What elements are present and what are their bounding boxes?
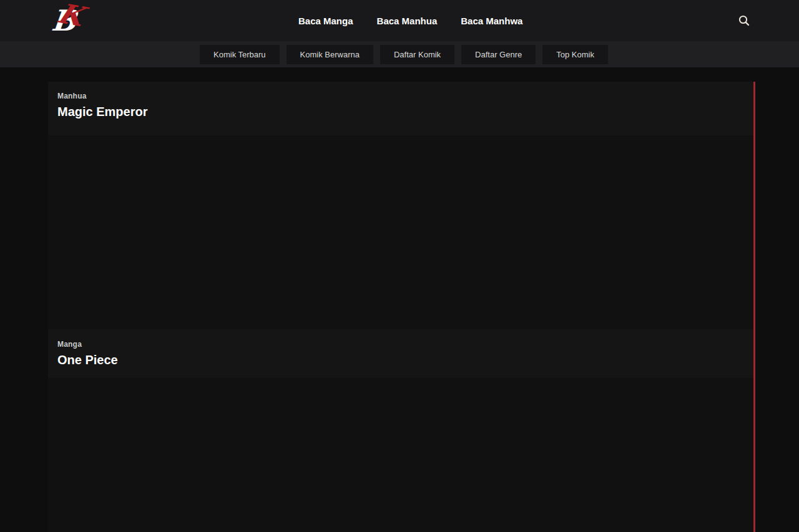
subnav-button-daftar-komik[interactable]: Daftar Komik [380, 45, 454, 64]
main-navigation: Baca Manga Baca Manhua Baca Manhwa [298, 0, 522, 41]
subnav-button-top-komik[interactable]: Top Komik [542, 45, 608, 64]
section-header: Manga One Piece [48, 329, 753, 378]
chapter-image-placeholder [48, 378, 753, 532]
nav-item-baca-manhwa[interactable]: Baca Manhwa [461, 16, 522, 26]
section-header: Manhua Magic Emperor [48, 82, 753, 135]
reader-content-card: Manhua Magic Emperor Manga One Piece [48, 82, 755, 532]
nav-item-baca-manhua[interactable]: Baca Manhua [377, 16, 438, 26]
search-button[interactable] [738, 14, 750, 27]
top-header: B K Baca Manga Baca Manhua Baca Manhwa [0, 0, 799, 41]
nav-item-baca-manga[interactable]: Baca Manga [298, 16, 353, 26]
subnav-button-komik-terbaru[interactable]: Komik Terbaru [200, 45, 280, 64]
search-icon [738, 14, 750, 27]
section-title: Magic Emperor [57, 105, 744, 119]
reader-section-one-piece: Manga One Piece [48, 329, 753, 532]
chapter-image-placeholder [48, 135, 753, 329]
section-category-label: Manhua [57, 92, 744, 100]
subnav-button-komik-berwarna[interactable]: Komik Berwarna [287, 45, 373, 64]
section-title: One Piece [57, 353, 744, 367]
section-category-label: Manga [57, 340, 744, 349]
reader-section-magic-emperor: Manhua Magic Emperor [48, 82, 753, 329]
site-logo[interactable]: B K [52, 2, 87, 39]
secondary-navigation: Komik Terbaru Komik Berwarna Daftar Komi… [0, 41, 799, 67]
subnav-button-daftar-genre[interactable]: Daftar Genre [461, 45, 536, 64]
